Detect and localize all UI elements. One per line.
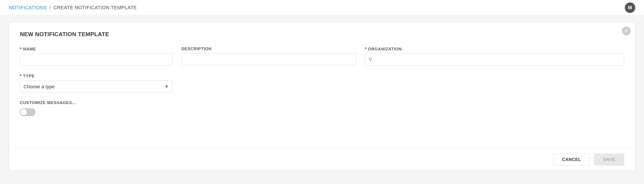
save-button[interactable]: SAVE — [594, 154, 624, 165]
top-bar: NOTIFICATIONS / CREATE NOTIFICATION TEMP… — [0, 0, 644, 15]
organization-group: * ORGANIZATION ⚲ — [365, 46, 624, 65]
organization-input[interactable] — [376, 54, 624, 65]
customize-messages-toggle[interactable] — [20, 108, 36, 116]
avatar[interactable]: M — [625, 3, 635, 13]
type-required-star: * — [20, 73, 22, 78]
name-group: * NAME — [20, 46, 173, 65]
customize-messages-label: CUSTOMIZE MESSAGES... — [20, 100, 624, 105]
form-footer: CANCEL SAVE — [9, 148, 635, 171]
type-select[interactable]: Choose a type — [20, 81, 173, 93]
organization-label: * ORGANIZATION — [365, 46, 624, 51]
description-group: DESCRIPTION — [182, 46, 356, 65]
org-required-star: * — [365, 46, 367, 51]
form-row-2: * TYPE Choose a type ▼ — [20, 73, 624, 93]
form-title: NEW NOTIFICATION TEMPLATE — [20, 31, 624, 38]
type-select-wrapper: Choose a type ▼ — [20, 81, 173, 93]
cancel-button[interactable]: CANCEL — [553, 154, 590, 165]
close-button[interactable]: ✕ — [622, 27, 631, 35]
org-input-wrapper: ⚲ — [365, 54, 624, 65]
breadcrumb-separator: / — [50, 5, 51, 10]
form-card: ✕ NEW NOTIFICATION TEMPLATE * NAME DESCR… — [9, 22, 635, 171]
main-content: ✕ NEW NOTIFICATION TEMPLATE * NAME DESCR… — [0, 15, 644, 184]
breadcrumb-current-page: CREATE NOTIFICATION TEMPLATE — [54, 5, 137, 11]
name-input[interactable] — [20, 54, 173, 65]
type-group: * TYPE Choose a type ▼ — [20, 73, 173, 93]
description-label: DESCRIPTION — [182, 46, 356, 51]
toggle-knob — [20, 109, 27, 115]
description-input[interactable] — [182, 53, 356, 65]
customize-messages-section: CUSTOMIZE MESSAGES... — [20, 100, 624, 116]
name-required-star: * — [20, 46, 22, 51]
breadcrumb-notifications-link[interactable]: NOTIFICATIONS — [9, 5, 47, 11]
form-row-1: * NAME DESCRIPTION * ORGANIZATION — [20, 46, 624, 65]
name-label: * NAME — [20, 46, 173, 51]
org-search-icon: ⚲ — [365, 57, 376, 62]
type-label: * TYPE — [20, 73, 173, 78]
breadcrumb: NOTIFICATIONS / CREATE NOTIFICATION TEMP… — [9, 5, 137, 11]
